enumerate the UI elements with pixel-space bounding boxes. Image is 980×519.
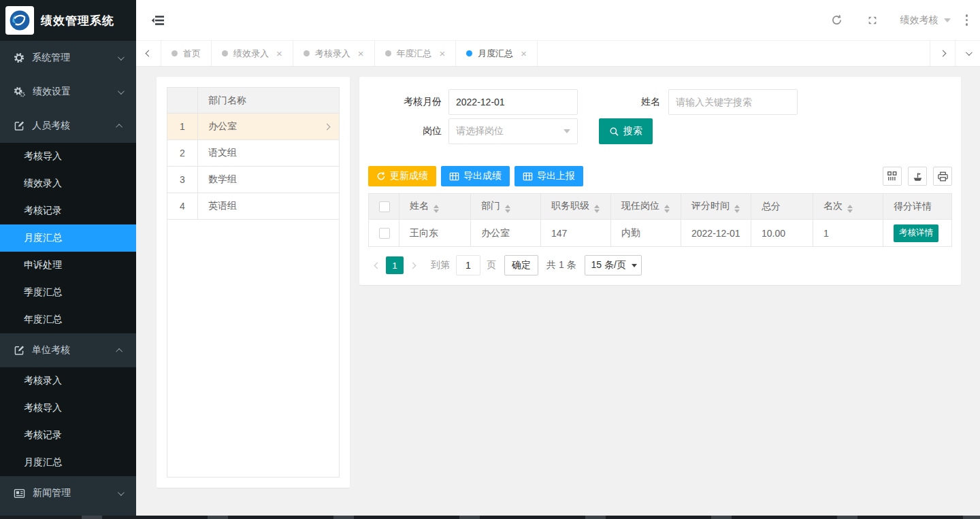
sidebar-item-system-management[interactable]: 系统管理	[0, 41, 136, 75]
sort-icon[interactable]	[505, 205, 510, 213]
pagination: 1 到第 页 确定 共 1 条 15 条/页	[368, 255, 952, 275]
sidebar-item-news-management[interactable]: 新闻管理	[0, 476, 136, 510]
close-icon[interactable]: ×	[358, 48, 364, 58]
tab-monthly-summary[interactable]: 月度汇总 ×	[456, 41, 538, 66]
table-grid-icon	[523, 172, 533, 181]
export-report-button[interactable]: 导出上报	[514, 166, 583, 186]
print-icon[interactable]	[933, 167, 952, 186]
sidebar-item-unit-monthly-summary[interactable]: 月度汇总	[0, 449, 136, 476]
tab-label: 考核录入	[315, 48, 350, 60]
column-label: 得分详情	[894, 201, 932, 212]
personnel-assessment-submenu: 考核导入 绩效录入 考核记录 月度汇总 申诉处理 季度汇总 年度汇总	[0, 143, 136, 333]
results-table: 姓名 部门 职务职级 现任岗位 评分时间 总分 名次 得分详情 王向东 办公室 …	[368, 193, 952, 247]
sidebar-item-monthly-summary-active[interactable]: 月度汇总	[0, 224, 136, 252]
current-page-button[interactable]: 1	[386, 256, 404, 274]
search-button[interactable]: 搜索	[599, 118, 653, 144]
month-field[interactable]	[448, 89, 578, 115]
tab-annual-summary[interactable]: 年度汇总 ×	[375, 41, 457, 66]
department-row[interactable]: 3 数学组	[167, 167, 339, 193]
tabs-scroll-left-button[interactable]	[136, 41, 161, 66]
chevron-right-icon	[939, 50, 946, 57]
sidebar-item-unit-assessment-entry[interactable]: 考核录入	[0, 367, 136, 395]
row-index: 4	[167, 193, 198, 219]
close-icon[interactable]: ×	[440, 48, 446, 58]
sort-icon[interactable]	[847, 205, 853, 213]
post-select[interactable]: 请选择岗位	[448, 118, 578, 144]
post-field-label: 岗位	[368, 125, 448, 137]
sidebar-item-unit-assessment-records[interactable]: 考核记录	[0, 422, 136, 449]
tabs-menu-button[interactable]	[955, 41, 980, 66]
sidebar-item-appeal-handling[interactable]: 申诉处理	[0, 252, 136, 279]
row-index: 1	[167, 114, 198, 139]
user-menu-label: 绩效考核	[900, 14, 938, 27]
caret-down-icon	[564, 129, 570, 133]
sidebar-item-unit-assessment-import[interactable]: 考核导入	[0, 395, 136, 422]
sort-icon[interactable]	[594, 205, 600, 213]
news-icon	[14, 488, 25, 499]
close-icon[interactable]: ×	[276, 48, 282, 58]
submenu-label: 季度汇总	[24, 286, 62, 299]
taskbar-strip	[0, 516, 980, 519]
sidebar-item-performance-entry[interactable]: 绩效录入	[0, 170, 136, 197]
update-scores-button[interactable]: 更新成绩	[368, 166, 436, 186]
department-row[interactable]: 4 英语组	[167, 193, 339, 220]
tabs-scroll-right-button[interactable]	[930, 41, 955, 66]
select-all-checkbox[interactable]	[379, 201, 390, 212]
row-index: 3	[167, 167, 198, 192]
sidebar-item-annual-summary[interactable]: 年度汇总	[0, 306, 136, 333]
export-scores-button[interactable]: 导出成绩	[441, 166, 510, 186]
sidebar-item-quarterly-summary[interactable]: 季度汇总	[0, 279, 136, 306]
tab-label: 首页	[183, 48, 201, 60]
edit-icon	[14, 120, 24, 131]
name-search-input[interactable]	[668, 89, 798, 115]
department-table-header: 部门名称	[167, 88, 339, 114]
row-checkbox[interactable]	[379, 228, 390, 239]
assessment-detail-button[interactable]: 考核详情	[894, 224, 938, 242]
department-name: 办公室	[198, 120, 325, 133]
chevron-up-icon	[116, 123, 122, 130]
export-icon[interactable]	[908, 167, 927, 186]
sort-icon[interactable]	[734, 205, 740, 213]
chevron-right-icon	[409, 262, 416, 269]
fullscreen-icon[interactable]	[864, 15, 881, 26]
chevron-left-icon	[145, 50, 152, 57]
prev-page-button[interactable]	[368, 263, 386, 268]
search-button-label: 搜索	[623, 125, 642, 137]
goto-confirm-button[interactable]: 确定	[504, 255, 538, 275]
cell-total-score: 10.00	[751, 220, 813, 247]
sort-icon[interactable]	[434, 205, 439, 213]
sidebar-item-unit-assessment[interactable]: 单位考核	[0, 333, 136, 367]
filter-columns-icon[interactable]	[883, 167, 902, 186]
row-index: 2	[167, 140, 198, 166]
sort-icon[interactable]	[664, 205, 670, 213]
department-row-selected[interactable]: 1 办公室	[167, 114, 339, 140]
sidebar-collapse-icon[interactable]	[151, 15, 165, 26]
sidebar-item-label: 新闻管理	[33, 487, 110, 499]
tab-home[interactable]: 首页	[161, 41, 212, 66]
next-page-button[interactable]	[404, 263, 421, 268]
department-row[interactable]: 2 语文组	[167, 140, 339, 167]
goto-page-label: 到第	[431, 259, 450, 271]
more-options-icon[interactable]	[966, 14, 968, 26]
export-scores-label: 导出成绩	[463, 170, 502, 182]
goto-page-input[interactable]	[456, 255, 480, 275]
page-size-label: 15 条/页	[591, 259, 626, 271]
sidebar-item-performance-settings[interactable]: 绩效设置	[0, 75, 136, 109]
chevron-down-icon	[118, 54, 125, 61]
page-size-select[interactable]: 15 条/页	[585, 255, 642, 275]
close-icon[interactable]: ×	[521, 48, 527, 58]
sidebar-item-personnel-assessment[interactable]: 人员考核	[0, 109, 136, 143]
column-label: 姓名	[410, 200, 429, 211]
page-unit-label: 页	[487, 259, 496, 271]
column-label: 部门	[481, 200, 500, 211]
tab-dot-icon	[385, 50, 391, 56]
table-row: 王向东 办公室 147 内勤 2022-12-01 10.00 1 考核详情	[369, 220, 952, 247]
user-menu[interactable]: 绩效考核	[900, 14, 951, 27]
refresh-icon[interactable]	[828, 14, 846, 26]
sidebar-item-assessment-import[interactable]: 考核导入	[0, 143, 136, 170]
cell-name: 王向东	[399, 220, 471, 247]
tab-performance-entry[interactable]: 绩效录入 ×	[212, 41, 293, 66]
tab-assessment-entry[interactable]: 考核录入 ×	[293, 41, 375, 66]
sidebar-item-assessment-records[interactable]: 考核记录	[0, 197, 136, 224]
refresh-icon	[376, 171, 386, 181]
